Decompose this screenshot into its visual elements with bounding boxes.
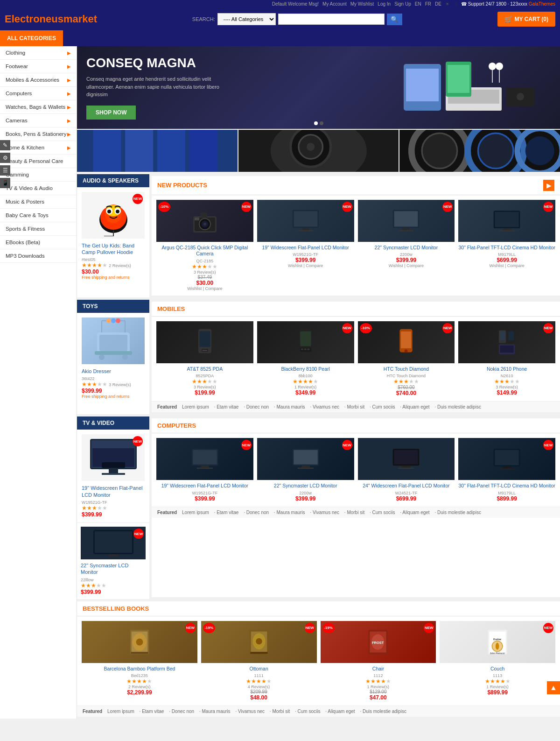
blackberry-product-name[interactable]: BlackBerry 8100 Pearl xyxy=(257,366,354,373)
sign-up-link[interactable]: Sign Up xyxy=(394,1,411,7)
side-tool-4[interactable]: 📱 xyxy=(0,178,10,188)
toys-section: TOYS xyxy=(77,300,149,415)
book1-reviews: 2 Review(s) xyxy=(82,685,197,689)
shop-now-button[interactable]: SHOP NOW xyxy=(86,106,136,120)
site-logo[interactable]: Electroneusmarket xyxy=(5,13,97,25)
product-card-comp3: 24" Widescreen Flat-Panel LCD Monitor W2… xyxy=(358,438,455,502)
category-select[interactable]: ---- All Categories xyxy=(217,13,276,25)
lang-de[interactable]: DE xyxy=(435,1,441,7)
comp4-name[interactable]: 30" Flat-Panel TFT-LCD Cinema HD Monitor xyxy=(458,483,555,489)
audio-shipping[interactable]: Free shipping and returns xyxy=(82,275,145,280)
comp3-name[interactable]: 24" Widescreen Flat-Panel LCD Monitor xyxy=(358,483,455,489)
badge-new-htc: NEW xyxy=(442,323,453,333)
computers-header: COMPUTERS xyxy=(152,418,560,433)
product-img-book2: NEW -19% xyxy=(201,621,317,663)
sidebar-item-footwear[interactable]: Footwear▶ xyxy=(0,60,77,73)
monitor19-product-name[interactable]: 19" Widescreen Flat-Panel LCD Monitor xyxy=(257,245,354,251)
lang-en[interactable]: EN xyxy=(415,1,421,7)
product-img-blackberry: NEW xyxy=(257,321,354,363)
tv-product2-name[interactable]: 22" Syncmaster LCD Monitor xyxy=(81,562,146,576)
audio-product-name[interactable]: The Get Up Kids: Band Camp Pullover Hood… xyxy=(82,242,145,256)
toys-section-header: TOYS xyxy=(77,300,149,313)
htc-product-name[interactable]: HTC Touch Diamond xyxy=(358,366,455,373)
mobiles-section: MOBILES AT&T xyxy=(152,302,560,413)
sidebar-item-books[interactable]: Books, Pens & Stationery▶ xyxy=(0,127,77,141)
product-card-htc: NEW -10% HTC Touch Diamond HTC Touch Dia… xyxy=(358,321,455,397)
svg-rect-99 xyxy=(193,450,217,465)
log-in-link[interactable]: Log In xyxy=(378,1,391,7)
banner-row: VOLUP ACULIS PELLENT HEND xyxy=(77,130,560,172)
att-product-name[interactable]: AT&T 8525 PDA xyxy=(156,366,253,373)
sidebar-item-baby[interactable]: Baby Care & Toys xyxy=(0,209,77,222)
tv-product-image2: NEW xyxy=(81,527,146,559)
side-tool-1[interactable]: ✎ xyxy=(0,140,10,150)
search-button[interactable]: 🔍 xyxy=(387,14,402,25)
svg-rect-109 xyxy=(398,468,414,469)
sidebar-item-sports[interactable]: Sports & Fitness xyxy=(0,222,77,236)
svg-rect-100 xyxy=(201,466,209,468)
tv-product-image1: NEW xyxy=(82,434,145,481)
book4-name[interactable]: Couch xyxy=(440,666,555,672)
cart-button[interactable]: 🛒 MY CART (0) xyxy=(497,12,555,27)
lang-fr[interactable]: FR xyxy=(425,1,431,7)
tv-product1-name[interactable]: 19" Widescreen Flat-Panel LCD Monitor xyxy=(82,485,145,498)
tv-product2-stars: ★★★★★ xyxy=(81,582,146,589)
mobiles-grid: AT&T 8525 PDA 8525PDA ★★★★★ 3 Review(s) … xyxy=(152,317,560,402)
sidebar-item-mp3[interactable]: MP3 Downloads xyxy=(0,249,77,263)
tv-product2-price: $399.99 xyxy=(81,589,146,595)
blackberry-price: $349.99 xyxy=(257,389,354,396)
book3-name[interactable]: Chair xyxy=(321,666,436,672)
sidebar-item-beauty[interactable]: Beauty & Personal Care xyxy=(0,155,77,168)
att-reviews: 3 Review(s) xyxy=(156,385,253,389)
book2-name[interactable]: Ottoman xyxy=(201,666,317,672)
comp2-name[interactable]: 22" Syncmaster LCD Monitor xyxy=(257,483,354,489)
sidebar-item-tv[interactable]: TV & Video & Audio xyxy=(0,182,77,195)
hero-dot-1[interactable] xyxy=(314,121,318,125)
sidebar-item-home[interactable]: Home & Kitchen▶ xyxy=(0,141,77,155)
nokia-product-name[interactable]: Nokia 2610 Phone xyxy=(458,366,555,373)
sidebar-item-clothing[interactable]: Clothing▶ xyxy=(0,46,77,60)
side-tool-3[interactable]: ☰ xyxy=(0,165,10,176)
camera-product-name[interactable]: Argus QC-2185 Quick Click 5MP Digital Ca… xyxy=(156,245,253,257)
logo-text-suffix: market xyxy=(63,13,97,25)
sidebar-item-watches[interactable]: Watches, Bags & Wallets▶ xyxy=(0,100,77,114)
product-card-camera: NEW -10% Arg xyxy=(156,200,253,291)
sidebar-item-computers[interactable]: Computers▶ xyxy=(0,87,77,100)
svg-rect-123 xyxy=(250,652,268,654)
sidebar-item-ebooks[interactable]: EBooks (Beta) xyxy=(0,236,77,249)
product-img-comp3 xyxy=(358,438,455,480)
blackberry-sku: 8bb100 xyxy=(257,374,354,378)
badge-new-comp1: NEW xyxy=(241,440,252,450)
my-account-link[interactable]: My Account xyxy=(322,1,347,7)
side-tool-2[interactable]: ⚙ xyxy=(0,153,10,163)
cinema-product-name[interactable]: 30" Flat-Panel TFT-LCD Cinema HD Monitor xyxy=(458,245,555,251)
all-categories-button[interactable]: ALL CATEGORIES xyxy=(0,30,63,46)
book1-name[interactable]: Barcelona Bamboo Platform Bed xyxy=(82,666,197,672)
sidebar-item-mobiles[interactable]: Mobiles & Accessories▶ xyxy=(0,73,77,87)
svg-rect-97 xyxy=(109,554,118,557)
banner-volup[interactable]: VOLUP ACULIS xyxy=(77,130,238,172)
monitor22-product-name[interactable]: 22" Syncmaster LCD Monitor xyxy=(358,245,455,251)
svg-point-67 xyxy=(106,318,111,323)
book3-reviews: 1 Review(s) xyxy=(321,685,436,689)
toys-product-name[interactable]: Akio Dresser xyxy=(82,368,145,374)
camera-old-price: $37.49 xyxy=(156,275,253,280)
product-img-monitor22: NEW xyxy=(358,200,455,242)
badge-new-camera: NEW xyxy=(241,202,252,212)
banner-pellent[interactable]: PELLENT HEND xyxy=(238,130,399,172)
sidebar-item-gaming[interactable]: Gamming xyxy=(0,168,77,182)
book3-old-price: $129.00 xyxy=(321,689,436,694)
product-card-att: AT&T 8525 PDA 8525PDA ★★★★★ 3 Review(s) … xyxy=(156,321,253,397)
hero-dot-2[interactable] xyxy=(320,121,323,125)
sidebar-item-music[interactable]: Music & Posters xyxy=(0,195,77,209)
search-input[interactable] xyxy=(278,14,385,25)
htc-old-price: $760.00 xyxy=(358,385,455,390)
my-wishlist-link[interactable]: My Wishlist xyxy=(350,1,374,7)
toys-shipping[interactable]: Free shipping and returns xyxy=(82,394,145,399)
book1-stars: ★★★★★ xyxy=(82,678,197,685)
sidebar-item-cameras[interactable]: Cameras▶ xyxy=(0,114,77,127)
new-products-next-button[interactable]: ▶ xyxy=(543,180,554,191)
comp1-name[interactable]: 19" Widescreen Flat-Panel LCD Monitor xyxy=(156,483,253,489)
banner-aenea[interactable]: AENEA LIGULA xyxy=(399,130,560,172)
monitor22-links: Wishlist | Compare xyxy=(358,263,455,268)
